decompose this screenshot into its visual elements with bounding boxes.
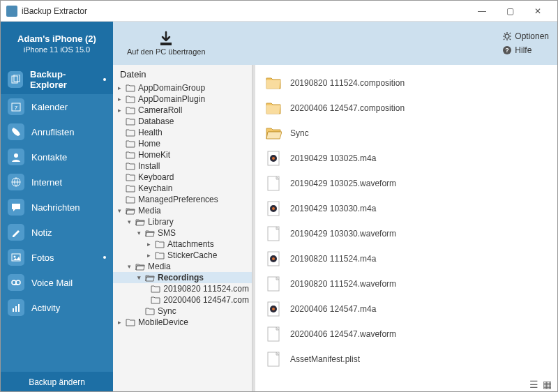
indicator-dot: [103, 78, 106, 81]
expand-arrow-icon[interactable]: ▾: [135, 229, 142, 236]
file-row[interactable]: 20190820 111524.m4a: [255, 246, 557, 271]
file-icon: [265, 276, 282, 292]
device-model: iPhone 11 iOS 15.0: [24, 45, 90, 54]
file-row[interactable]: 20190429 103025.m4a: [255, 146, 557, 171]
tree-node[interactable]: Health: [113, 127, 252, 138]
tree-node[interactable]: ▾Media: [113, 205, 252, 216]
close-button[interactable]: ✕: [524, 1, 552, 21]
tree-node-label: Health: [138, 128, 163, 137]
file-icon: [265, 225, 282, 242]
file-name: Sync: [290, 128, 309, 138]
app-title: iBackup Extractor: [22, 6, 468, 16]
folder-icon: [126, 318, 135, 326]
file-row[interactable]: Sync: [255, 121, 557, 146]
titlebar: iBackup Extractor ― ▢ ✕: [1, 1, 557, 22]
folder-icon: [151, 296, 160, 304]
minimize-button[interactable]: ―: [468, 1, 496, 21]
change-backup-button[interactable]: Backup ändern: [1, 372, 113, 392]
expand-arrow-icon[interactable]: ▸: [116, 96, 123, 103]
sidebar-item-nachrichten[interactable]: Nachrichten: [1, 195, 113, 220]
folder-icon: [126, 162, 135, 170]
tree-node[interactable]: ▾Library: [113, 216, 252, 227]
tree-node-label: Attachments: [167, 239, 214, 249]
expand-arrow-icon[interactable]: ▸: [145, 241, 152, 248]
sidebar-item-kontakte[interactable]: Kontakte: [1, 144, 113, 169]
sidebar: Backup-Explorer7KalenderAnruflistenKonta…: [1, 65, 113, 392]
folder-icon: [126, 128, 135, 137]
expand-arrow-icon[interactable]: ▸: [116, 84, 123, 91]
tree-node[interactable]: ▸AppDomainGroup: [113, 82, 252, 93]
file-row[interactable]: 20190429 103030.m4a: [255, 196, 557, 221]
tree-node[interactable]: Keychain: [113, 183, 252, 194]
sidebar-item-kalender[interactable]: 7Kalender: [1, 94, 113, 119]
expand-arrow-icon[interactable]: ▾: [135, 274, 142, 281]
sidebar-item-anruflisten[interactable]: Anruflisten: [1, 119, 113, 144]
tree-node[interactable]: Database: [113, 116, 252, 127]
tree-node[interactable]: ▸Attachments: [113, 239, 252, 250]
svg-rect-19: [15, 306, 17, 312]
pencil-icon: [8, 224, 24, 241]
expand-arrow-icon[interactable]: ▸: [145, 252, 152, 259]
sidebar-item-notiz[interactable]: Notiz: [1, 220, 113, 245]
folder-icon: [126, 151, 135, 159]
tree-node[interactable]: ▾Recordings: [113, 272, 252, 283]
folder-icon: [145, 273, 155, 282]
photo-icon: [8, 249, 24, 266]
sidebar-item-backup-explorer[interactable]: Backup-Explorer: [1, 65, 113, 94]
file-row[interactable]: AssetManifest.plist: [255, 347, 557, 372]
tree-node[interactable]: Sync: [113, 306, 252, 317]
tree-node[interactable]: ▸AppDomainPlugin: [113, 93, 252, 105]
file-row[interactable]: 20190820 111524.waveform: [255, 271, 557, 296]
tree-node[interactable]: ManagedPreferences: [113, 194, 252, 205]
svg-text:7: 7: [15, 105, 18, 111]
sidebar-item-label: Anruflisten: [31, 127, 74, 137]
tree-node[interactable]: ▾SMS: [113, 227, 252, 239]
tree-node[interactable]: ▸StickerCache: [113, 250, 252, 261]
help-link[interactable]: Hilfe: [502, 45, 549, 55]
tree-node[interactable]: 20190820 111524.com: [113, 283, 252, 294]
options-link[interactable]: Optionen: [502, 31, 549, 41]
view-list-icon[interactable]: ☰: [529, 379, 538, 390]
folder-icon: [135, 218, 145, 226]
tree-node[interactable]: 20200406 124547.com: [113, 294, 252, 306]
sidebar-item-label: Kontakte: [31, 152, 67, 163]
expand-arrow-icon[interactable]: ▸: [116, 319, 123, 326]
download-icon: [158, 31, 174, 47]
sidebar-item-label: Kalender: [31, 102, 68, 112]
maximize-button[interactable]: ▢: [496, 1, 524, 21]
tree-node-label: HomeKit: [138, 150, 170, 160]
file-name: 20190820 111524.waveform: [290, 279, 396, 289]
file-row[interactable]: 20190429 103025.waveform: [255, 171, 557, 196]
tree-node[interactable]: Home: [113, 138, 252, 149]
view-grid-icon[interactable]: ▦: [543, 379, 552, 390]
file-row[interactable]: 20200406 124547.composition: [255, 96, 557, 121]
expand-arrow-icon[interactable]: ▾: [116, 207, 123, 214]
expand-arrow-icon[interactable]: ▾: [126, 218, 133, 225]
file-row[interactable]: 20200406 124547.m4a: [255, 296, 557, 322]
sidebar-item-activity[interactable]: Activity: [1, 295, 113, 320]
tree-node[interactable]: HomeKit: [113, 149, 252, 160]
expand-arrow-icon[interactable]: ▾: [126, 263, 133, 270]
tree-header: Datein: [113, 65, 252, 82]
sidebar-item-label: Notiz: [31, 227, 52, 238]
tree-node[interactable]: ▾Media: [113, 261, 252, 272]
sidebar-item-voice-mail[interactable]: Voice Mail: [1, 270, 113, 295]
file-row[interactable]: 20200406 124547.waveform: [255, 322, 557, 347]
file-row[interactable]: 20190429 103030.waveform: [255, 221, 557, 246]
user-icon: [8, 149, 24, 165]
toolbar: Auf den PC übertragen Optionen Hilfe: [113, 22, 557, 65]
header: Adam's iPhone (2) iPhone 11 iOS 15.0 Auf…: [1, 22, 557, 65]
transfer-label: Auf den PC übertragen: [127, 47, 206, 56]
sidebar-item-fotos[interactable]: Fotos: [1, 245, 113, 270]
transfer-button[interactable]: Auf den PC übertragen: [121, 28, 211, 59]
tree-node[interactable]: ▸MobileDevice: [113, 317, 252, 328]
tree-node-label: Keyboard: [138, 172, 174, 182]
tree-node[interactable]: Install: [113, 160, 252, 172]
tree-node[interactable]: Keyboard: [113, 172, 252, 183]
expand-arrow-icon[interactable]: ▸: [116, 107, 123, 114]
help-icon: [502, 45, 512, 55]
file-row[interactable]: 20190820 111524.composition: [255, 70, 557, 96]
sidebar-item-internet[interactable]: Internet: [1, 169, 113, 195]
app-icon: [6, 6, 17, 17]
tree-node[interactable]: ▸CameraRoll: [113, 105, 252, 116]
